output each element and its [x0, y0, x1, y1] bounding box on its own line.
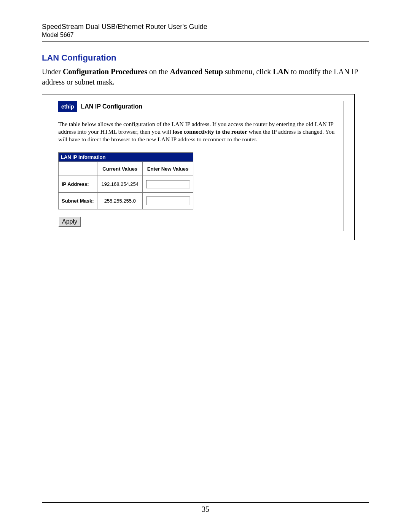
- header-rule: [42, 41, 369, 42]
- subnet-mask-input[interactable]: [146, 197, 190, 205]
- intro-text: submenu, click: [223, 67, 273, 76]
- header-model: Model 5667: [42, 32, 369, 38]
- figure-desc-bold: lose connectivity to the router: [173, 128, 247, 135]
- figure-screenshot: ethip LAN IP Configuration The table bel…: [42, 94, 355, 240]
- table-row: IP Address: 192.168.254.254: [59, 176, 193, 193]
- row-label-ip: IP Address:: [59, 176, 97, 193]
- ip-address-input[interactable]: [146, 180, 190, 189]
- intro-text: on the: [147, 67, 170, 76]
- intro-text: Under: [42, 67, 63, 76]
- row-label-subnet: Subnet Mask:: [59, 193, 97, 209]
- lan-ip-table: LAN IP Information Current Values Enter …: [58, 152, 193, 209]
- table-caption: LAN IP Information: [58, 152, 193, 162]
- header-title: SpeedStream Dual USB/Ethernet Router Use…: [42, 23, 369, 31]
- intro-bold-advanced-setup: Advanced Setup: [170, 67, 223, 76]
- row-input-cell-subnet: [143, 193, 193, 209]
- section-title: LAN Configuration: [42, 53, 369, 63]
- page-number: 35: [42, 505, 369, 514]
- figure-description: The table below allows the configuration…: [58, 120, 336, 143]
- ethip-badge: ethip: [58, 101, 77, 112]
- apply-button[interactable]: Apply: [58, 216, 81, 227]
- footer-rule: [42, 502, 369, 503]
- figure-title: LAN IP Configuration: [81, 103, 142, 110]
- table-row: Subnet Mask: 255.255.255.0: [59, 193, 193, 209]
- intro-bold-lan: LAN: [273, 67, 289, 76]
- table-header-empty: [59, 162, 97, 176]
- table-header-current: Current Values: [97, 162, 143, 176]
- row-value-subnet: 255.255.255.0: [97, 193, 143, 209]
- row-value-ip: 192.168.254.254: [97, 176, 143, 193]
- table-header-new: Enter New Values: [143, 162, 193, 176]
- intro-paragraph: Under Configuration Procedures on the Ad…: [42, 67, 369, 87]
- row-input-cell-ip: [143, 176, 193, 193]
- intro-bold-config-procedures: Configuration Procedures: [63, 67, 147, 76]
